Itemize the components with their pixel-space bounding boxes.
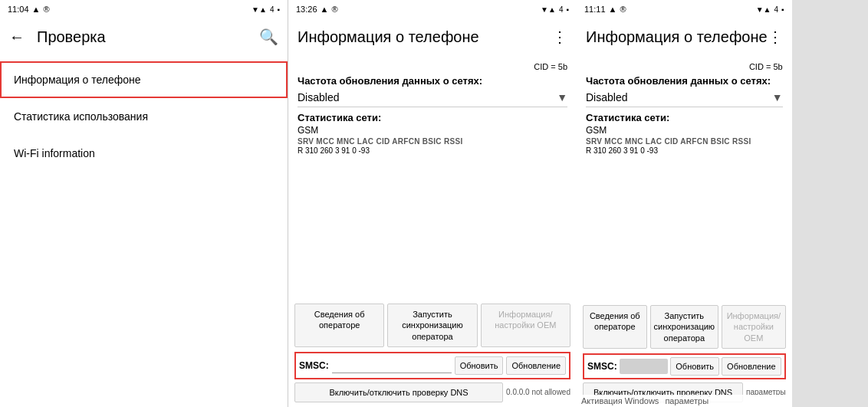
dropdown-arrow-3: ▼ xyxy=(772,91,783,103)
dropdown-row-3[interactable]: Disabled ▼ xyxy=(586,88,783,107)
status-icons-2: ▼▲ 4 ▪ xyxy=(541,5,569,14)
network-headers-3: SRV MCC MNC LAC CID ARFCN BSIC RSSI xyxy=(586,137,783,146)
search-icon-1[interactable]: 🔍 xyxy=(259,28,278,46)
panel-3: 11:11 ▲ ® ▼▲ 4 ▪ Информация о телефоне ⋮… xyxy=(577,0,792,407)
oem-info-btn-2: Информация/ настройки OEM xyxy=(481,304,570,347)
wifi-icon-1: 4 xyxy=(270,5,275,14)
panel-2: 13:26 ▲ ® ▼▲ 4 ▪ Информация о телефоне ⋮… xyxy=(288,0,577,407)
reg-icon-3: ® xyxy=(620,5,626,14)
update-freq-label-2: Частота обновления данных о сетях: xyxy=(298,75,567,87)
status-icons-3: ▼▲ 4 ▪ xyxy=(756,5,784,14)
smsc-update-btn-2[interactable]: Обновить xyxy=(455,356,504,375)
time-2: 13:26 xyxy=(296,5,317,14)
menu-list-1: Информация о телефоне Статистика использ… xyxy=(0,55,288,407)
btn-row-2: Сведения об операторе Запустить синхрони… xyxy=(294,304,570,347)
status-time-2: 13:26 ▲ ® xyxy=(296,5,338,14)
smsc-label-2: SMSC: xyxy=(299,360,329,371)
top-nav-2: Информация о телефоне ⋮ xyxy=(288,18,577,55)
smsc-row-2: SMSC: Обновить Обновление xyxy=(294,352,570,379)
dns-btn-2[interactable]: Включить/отключить проверку DNS xyxy=(294,382,503,402)
wifi-icon-2: 4 xyxy=(559,5,564,14)
network-values-2: R 310 260 3 91 0 -93 xyxy=(298,146,567,155)
smsc-input-2[interactable] xyxy=(332,359,452,373)
smsc-row-3: SMSC: Обновить Обновление xyxy=(583,353,786,379)
sync-carrier-btn-2[interactable]: Запустить синхронизацию оператора xyxy=(387,304,477,347)
carrier-info-btn-2[interactable]: Сведения об операторе xyxy=(294,304,384,347)
not-allowed-text-2: 0.0.0.0 not allowed xyxy=(506,388,570,396)
wifi-icon-3: 4 xyxy=(774,5,779,14)
cid-badge-2: CID = 5b xyxy=(534,61,567,72)
cid-badge-3: CID = 5b xyxy=(749,61,783,72)
smsc-update2-btn-2[interactable]: Обновление xyxy=(506,356,566,375)
dropdown-value-3: Disabled xyxy=(586,91,627,103)
dropdown-value-2: Disabled xyxy=(298,91,339,103)
status-bar-1: 11:04 ▲ ® ▼▲ 4 ▪ xyxy=(0,0,288,18)
menu-item-usage-stats[interactable]: Статистика использования xyxy=(0,98,288,135)
battery-icon-2: ▪ xyxy=(566,5,569,14)
bottom-area-3: Сведения об операторе Запустить синхрони… xyxy=(577,300,792,407)
nav-title-3: Информация о телефоне xyxy=(586,28,768,46)
status-bar-3: 11:11 ▲ ® ▼▲ 4 ▪ xyxy=(577,0,792,18)
status-icons-1: ▼▲ 4 ▪ xyxy=(252,5,280,14)
bottom-area-2: Сведения об операторе Запустить синхрони… xyxy=(288,299,577,407)
network-type-3: GSM xyxy=(586,125,783,136)
panel-1: 11:04 ▲ ® ▼▲ 4 ▪ ← Проверка 🔍 Информация… xyxy=(0,0,288,407)
network-type-2: GSM xyxy=(298,125,567,136)
activate-windows-overlay: Активация Windows параметры xyxy=(577,395,792,407)
reg-icon-2: ® xyxy=(331,5,337,14)
network-stats-title-3: Статистика сети: xyxy=(586,112,783,123)
smsc-blurred-input-3[interactable] xyxy=(620,359,669,374)
top-nav-1: ← Проверка 🔍 xyxy=(0,18,288,55)
content-area-2: CID = 5b Частота обновления данных о сет… xyxy=(288,55,577,299)
network-stats-title-2: Статистика сети: xyxy=(298,112,567,123)
network-headers-2: SRV MCC MNC LAC CID ARFCN BSIC RSSI xyxy=(298,137,567,146)
activate-windows-text: Активация Windows xyxy=(581,396,659,405)
oem-info-btn-3: Информация/ настройки OEM xyxy=(722,305,786,349)
smsc-update2-btn-3[interactable]: Обновление xyxy=(722,357,781,376)
status-time-3: 11:11 ▲ ® xyxy=(584,5,626,14)
top-nav-3: Информация о телефоне ⋮ xyxy=(577,18,792,55)
dropdown-row-2[interactable]: Disabled ▼ xyxy=(298,88,567,107)
time-1: 11:04 xyxy=(8,5,29,14)
more-menu-icon-3[interactable]: ⋮ xyxy=(768,28,783,46)
update-freq-label-3: Частота обновления данных о сетях: xyxy=(586,75,783,87)
alert-icon-1: ▲ xyxy=(32,5,41,14)
status-bar-2: 13:26 ▲ ® ▼▲ 4 ▪ xyxy=(288,0,577,18)
nav-title-2: Информация о телефоне xyxy=(298,28,552,46)
signal-icon-3: ▼▲ xyxy=(756,5,771,14)
nav-title-1: Проверка xyxy=(37,28,259,46)
smsc-label-3: SMSC: xyxy=(587,361,617,372)
signal-icon-2: ▼▲ xyxy=(541,5,556,14)
reg-icon-1: ® xyxy=(43,5,49,14)
btn-row-3: Сведения об операторе Запустить синхрони… xyxy=(583,305,786,349)
alert-icon-2: ▲ xyxy=(321,5,329,14)
status-time-1: 11:04 ▲ ® xyxy=(8,5,50,14)
signal-icon-1: ▼▲ xyxy=(252,5,267,14)
battery-icon-1: ▪ xyxy=(277,5,280,14)
sync-carrier-btn-3[interactable]: Запустить синхронизацию оператора xyxy=(650,305,719,349)
content-area-3: CID = 5b Частота обновления данных о сет… xyxy=(577,55,792,300)
smsc-update-btn-3[interactable]: Обновить xyxy=(670,357,719,376)
time-3: 11:11 xyxy=(584,5,606,14)
menu-item-wifi-info[interactable]: Wi-Fi information xyxy=(0,135,288,172)
more-menu-icon-2[interactable]: ⋮ xyxy=(552,28,567,46)
menu-item-phone-info[interactable]: Информация о телефоне xyxy=(0,61,288,98)
activate-params-text: параметры xyxy=(665,396,709,405)
alert-icon-3: ▲ xyxy=(609,5,617,14)
back-button-1[interactable]: ← xyxy=(9,28,25,46)
carrier-info-btn-3[interactable]: Сведения об операторе xyxy=(583,305,647,349)
dropdown-arrow-2: ▼ xyxy=(557,91,567,103)
battery-icon-3: ▪ xyxy=(781,5,784,14)
network-values-3: R 310 260 3 91 0 -93 xyxy=(586,146,783,155)
